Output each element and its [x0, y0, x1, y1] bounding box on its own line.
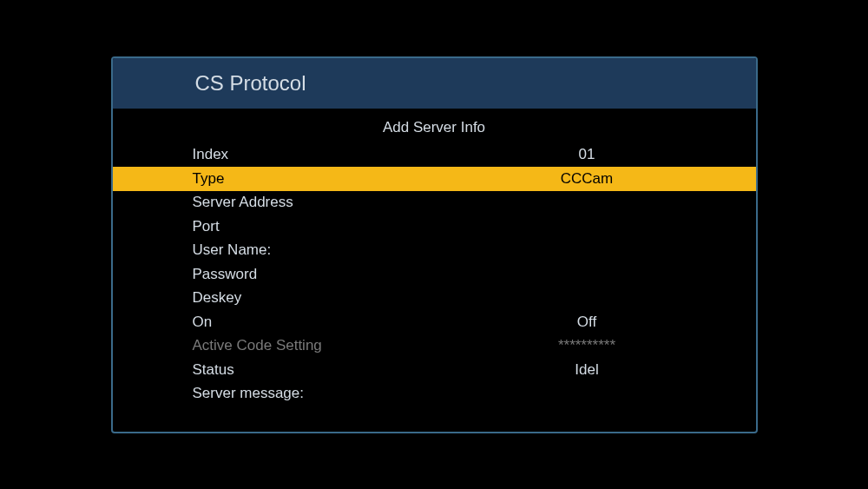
row-status[interactable]: Status Idel	[113, 358, 756, 382]
row-label: Deskey	[193, 289, 483, 307]
row-label: Password	[193, 266, 483, 283]
row-value: CCCam	[483, 170, 691, 188]
row-user-name[interactable]: User Name:	[113, 239, 756, 263]
row-value: Idel	[483, 361, 691, 379]
row-server-message[interactable]: Server message:	[113, 382, 756, 406]
row-deskey[interactable]: Deskey	[113, 287, 756, 311]
row-label: Port	[193, 218, 483, 235]
panel-body: Add Server Info Index 01 Type CCCam Serv…	[113, 109, 756, 406]
section-title: Add Server Info	[113, 119, 756, 136]
row-label: User Name:	[193, 241, 483, 259]
panel-title: CS Protocol	[195, 71, 306, 96]
row-index[interactable]: Index 01	[113, 143, 756, 168]
settings-panel: CS Protocol Add Server Info Index 01 Typ…	[111, 56, 758, 433]
row-label: Type	[193, 170, 483, 188]
row-label: Active Code Setting	[193, 337, 483, 354]
form-rows: Index 01 Type CCCam Server Address Port …	[113, 143, 756, 406]
row-server-address[interactable]: Server Address	[113, 191, 756, 215]
row-value: **********	[483, 337, 691, 354]
row-type[interactable]: Type CCCam	[113, 167, 756, 191]
panel-header: CS Protocol	[113, 58, 756, 109]
row-label: Status	[193, 361, 483, 379]
row-on[interactable]: On Off	[113, 310, 756, 334]
row-label: Index	[193, 146, 483, 163]
row-active-code-setting: Active Code Setting **********	[113, 334, 756, 359]
row-label: Server message:	[193, 385, 483, 402]
row-value: Off	[483, 314, 691, 331]
row-value: 01	[483, 146, 691, 163]
row-password[interactable]: Password	[113, 262, 756, 287]
row-label: On	[193, 314, 483, 331]
row-label: Server Address	[193, 194, 483, 211]
row-port[interactable]: Port	[113, 215, 756, 239]
